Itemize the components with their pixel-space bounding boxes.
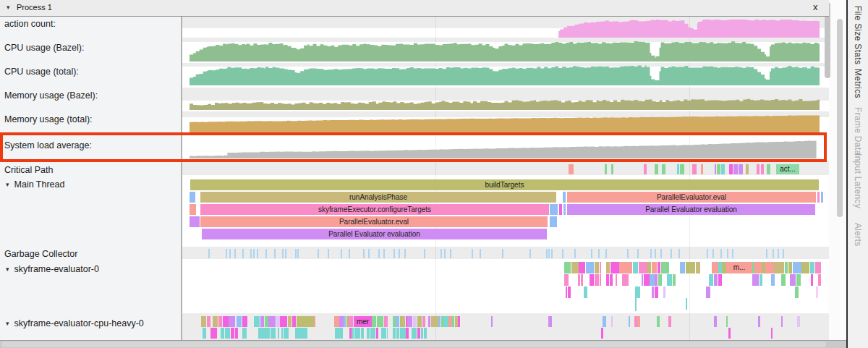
gc-tick[interactable] xyxy=(297,249,299,258)
cpu-heavy-slice[interactable] xyxy=(377,316,384,327)
cpu-heavy-slice[interactable] xyxy=(668,316,671,327)
gc-tick[interactable] xyxy=(383,249,385,258)
evaluator0-slice[interactable] xyxy=(579,262,585,273)
cpu-heavy-slice[interactable] xyxy=(714,316,717,327)
cpu-heavy-slice[interactable] xyxy=(268,316,276,327)
cpu-heavy-slice[interactable] xyxy=(448,316,452,327)
main-thread-slice[interactable]: runAnalysisPhase xyxy=(200,192,556,203)
evaluator0-slice[interactable] xyxy=(652,262,657,273)
critical-path-slice[interactable] xyxy=(605,164,607,174)
evaluator0-slice[interactable] xyxy=(811,274,813,286)
critical-path-slice[interactable] xyxy=(680,164,684,174)
gc-tick[interactable] xyxy=(637,249,639,258)
evaluator0-slice[interactable] xyxy=(817,287,817,298)
main-thread-slice[interactable]: buildTargets xyxy=(190,179,819,190)
counter-chart-cpu-usage-bazel-[interactable] xyxy=(190,41,820,61)
cpu-heavy-slice[interactable] xyxy=(242,316,248,327)
gc-tick[interactable] xyxy=(574,249,576,258)
evaluator0-slice[interactable] xyxy=(595,262,599,273)
sidebar-tab-frame-data[interactable]: Frame Data xyxy=(853,107,863,155)
cpu-heavy-slice[interactable] xyxy=(421,328,423,339)
gc-tick[interactable] xyxy=(655,249,656,258)
cpu-heavy-slice[interactable] xyxy=(344,316,346,327)
cpu-heavy-slice[interactable] xyxy=(201,316,206,327)
gc-tick[interactable] xyxy=(562,249,563,258)
critical-path-slice[interactable] xyxy=(692,164,697,174)
cpu-heavy-slice[interactable] xyxy=(455,316,458,327)
gc-tick[interactable] xyxy=(778,249,779,258)
evaluator0-slice[interactable] xyxy=(644,274,650,286)
cpu-heavy-slice[interactable] xyxy=(438,316,441,327)
cpu-heavy-slice[interactable] xyxy=(267,328,270,339)
gc-tick[interactable] xyxy=(328,249,329,258)
gc-tick[interactable] xyxy=(285,249,286,258)
cpu-heavy-slice[interactable] xyxy=(260,316,264,327)
evaluator0-slice[interactable] xyxy=(810,262,814,273)
gc-tick[interactable] xyxy=(678,249,680,258)
cpu-heavy-slice[interactable] xyxy=(406,328,409,339)
cpu-heavy-slice[interactable] xyxy=(229,316,235,327)
gc-tick[interactable] xyxy=(234,249,236,258)
evaluator0-slice[interactable] xyxy=(606,262,610,273)
critical-path-slice[interactable] xyxy=(611,164,613,174)
evaluator0-slice[interactable] xyxy=(765,262,773,273)
main-thread-slice[interactable]: ParallelEvaluator.eval xyxy=(567,192,816,203)
evaluator0-slice[interactable] xyxy=(590,274,595,286)
gc-tick[interactable] xyxy=(783,249,784,258)
cpu-heavy-slice[interactable] xyxy=(548,316,552,327)
evaluator0-slice[interactable] xyxy=(673,274,676,286)
track-label-skyframe-evaluator-cpu-heavy-0[interactable]: ▾skyframe-evaluator-cpu-heavy-0 xyxy=(6,318,144,328)
sidebar-tab-input-latency[interactable]: Input Latency xyxy=(853,153,863,208)
evaluator0-slice[interactable] xyxy=(655,274,658,286)
cpu-heavy-slice[interactable] xyxy=(280,316,287,327)
counter-chart-memory-usage-bazel-[interactable] xyxy=(190,99,820,110)
evaluator0-slice[interactable] xyxy=(795,287,798,298)
critical-path-slice[interactable] xyxy=(733,164,738,174)
evaluator0-slice[interactable] xyxy=(718,262,722,273)
evaluator0-slice[interactable] xyxy=(718,274,722,286)
cpu-heavy-slice[interactable] xyxy=(428,316,430,327)
gc-tick[interactable] xyxy=(318,249,319,258)
cpu-heavy-slice[interactable] xyxy=(213,316,218,327)
evaluator0-slice[interactable] xyxy=(790,274,796,286)
main-thread-slice[interactable] xyxy=(550,204,558,215)
gc-tick[interactable] xyxy=(650,249,652,258)
cpu-heavy-slice[interactable]: mer xyxy=(354,316,372,327)
evaluator0-tick[interactable] xyxy=(686,298,687,310)
evaluator0-slice[interactable] xyxy=(650,274,654,286)
cpu-heavy-slice[interactable] xyxy=(393,316,396,327)
cpu-heavy-slice[interactable] xyxy=(402,316,405,327)
critical-path-slice[interactable]: act... xyxy=(776,164,799,174)
cpu-heavy-slice[interactable] xyxy=(203,328,206,339)
evaluator0-slice[interactable] xyxy=(581,274,583,286)
cpu-heavy-slice[interactable] xyxy=(441,316,443,327)
evaluator0-slice[interactable] xyxy=(616,274,618,286)
cpu-heavy-slice[interactable] xyxy=(637,316,640,327)
evaluator0-slice[interactable] xyxy=(606,274,609,286)
sidebar-tab-file-size-stats[interactable]: File Size Stats xyxy=(853,6,863,64)
gc-tick[interactable] xyxy=(399,249,400,258)
gc-tick[interactable] xyxy=(441,249,442,258)
cpu-heavy-slice[interactable] xyxy=(207,316,210,327)
cpu-heavy-slice[interactable] xyxy=(758,316,761,327)
cpu-heavy-slice[interactable] xyxy=(387,328,388,339)
main-thread-slice[interactable] xyxy=(563,192,566,203)
evaluator0-slice[interactable] xyxy=(760,274,762,286)
gc-tick[interactable] xyxy=(274,249,276,258)
gc-tick[interactable] xyxy=(472,249,473,258)
cpu-heavy-slice[interactable] xyxy=(349,316,352,327)
cpu-heavy-slice[interactable] xyxy=(611,316,613,327)
gc-tick[interactable] xyxy=(295,249,297,258)
critical-path-slice[interactable] xyxy=(569,164,574,174)
cpu-heavy-slice[interactable] xyxy=(412,328,417,339)
evaluator0-slice[interactable]: m... xyxy=(726,262,752,273)
critical-path-slice[interactable] xyxy=(721,164,726,174)
main-thread-slice[interactable]: Parallel Evaluator evaluation xyxy=(567,204,815,215)
vertical-scrollbar-track[interactable] xyxy=(829,0,846,348)
evaluator0-slice[interactable] xyxy=(686,262,696,273)
cpu-heavy-slice[interactable] xyxy=(297,316,314,327)
evaluator0-slice[interactable] xyxy=(667,274,672,286)
cpu-heavy-slice[interactable] xyxy=(781,316,783,327)
gc-tick[interactable] xyxy=(551,249,553,258)
cpu-heavy-slice[interactable] xyxy=(225,328,230,339)
